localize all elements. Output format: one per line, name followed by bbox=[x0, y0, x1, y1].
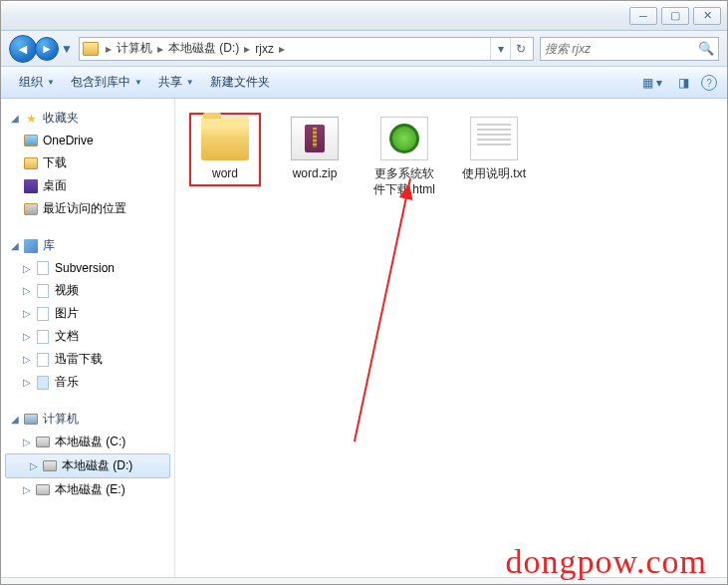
libraries-header[interactable]: ◢ 库 bbox=[1, 234, 174, 257]
navigation-pane: ◢ ★ 收藏夹 OneDrive 下载 桌面 最近访问的位置 ◢ 库 ▷Subv… bbox=[1, 99, 175, 577]
sidebar-item-desktop[interactable]: 桌面 bbox=[1, 174, 174, 197]
share-menu[interactable]: 共享▼ bbox=[150, 74, 202, 91]
file-label: word bbox=[212, 166, 238, 182]
computer-header[interactable]: ◢ 计算机 bbox=[1, 408, 174, 431]
file-item-folder[interactable]: word bbox=[189, 113, 261, 186]
txt-icon bbox=[470, 117, 518, 160]
sidebar-item-recent[interactable]: 最近访问的位置 bbox=[1, 197, 174, 220]
crumb-item[interactable]: rjxz bbox=[253, 42, 276, 56]
main-area: ◢ ★ 收藏夹 OneDrive 下载 桌面 最近访问的位置 ◢ 库 ▷Subv… bbox=[1, 99, 727, 577]
toolbar: 组织▼ 包含到库中▼ 共享▼ 新建文件夹 ▦ ▾ ◨ ? bbox=[1, 67, 727, 99]
folder-icon bbox=[83, 42, 99, 56]
annotation-arrow bbox=[354, 178, 411, 442]
organize-menu[interactable]: 组织▼ bbox=[11, 74, 63, 91]
search-input[interactable] bbox=[545, 42, 698, 56]
library-icon bbox=[23, 238, 39, 254]
sidebar-item-subversion[interactable]: ▷Subversion bbox=[1, 257, 174, 279]
search-box[interactable]: 🔍 bbox=[540, 37, 719, 61]
sidebar-item-drive-d[interactable]: ▷本地磁盘 (D:) bbox=[5, 453, 170, 478]
favorites-header[interactable]: ◢ ★ 收藏夹 bbox=[1, 107, 174, 130]
sidebar-item-pictures[interactable]: ▷图片 bbox=[1, 302, 174, 325]
zip-icon bbox=[291, 117, 339, 160]
history-dropdown[interactable]: ▼ bbox=[61, 42, 73, 56]
status-bar: 4 个对象 bbox=[1, 577, 727, 585]
preview-pane-button[interactable]: ◨ bbox=[674, 74, 693, 92]
search-icon[interactable]: 🔍 bbox=[698, 41, 714, 56]
file-item-txt[interactable]: 使用说明.txt bbox=[458, 113, 530, 186]
sidebar-item-documents[interactable]: ▷文档 bbox=[1, 325, 174, 348]
new-folder-button[interactable]: 新建文件夹 bbox=[202, 74, 278, 91]
file-item-zip[interactable]: word.zip bbox=[279, 113, 351, 186]
back-button[interactable]: ◄ bbox=[9, 35, 37, 63]
sidebar-item-downloads[interactable]: 下载 bbox=[1, 151, 174, 174]
refresh-button[interactable]: ↻ bbox=[510, 38, 530, 60]
crumb-item[interactable]: 本地磁盘 (D:) bbox=[166, 40, 241, 57]
help-button[interactable]: ? bbox=[701, 75, 717, 91]
address-bar[interactable]: ▸ 计算机▸ 本地磁盘 (D:)▸ rjxz▸ ▾ ↻ bbox=[79, 37, 534, 61]
crumb-item[interactable]: 计算机 bbox=[115, 40, 154, 57]
breadcrumb: ▸ 计算机▸ 本地磁盘 (D:)▸ rjxz▸ bbox=[103, 38, 288, 60]
computer-icon bbox=[23, 412, 39, 428]
sidebar-item-drive-c[interactable]: ▷本地磁盘 (C:) bbox=[1, 431, 174, 453]
file-label: word.zip bbox=[293, 166, 338, 182]
favorites-group: ◢ ★ 收藏夹 OneDrive 下载 桌面 最近访问的位置 bbox=[1, 107, 174, 220]
sidebar-item-videos[interactable]: ▷视频 bbox=[1, 279, 174, 302]
view-options-button[interactable]: ▦ ▾ bbox=[638, 74, 666, 92]
sidebar-item-drive-e[interactable]: ▷本地磁盘 (E:) bbox=[1, 478, 174, 501]
star-icon: ★ bbox=[23, 111, 39, 127]
close-button[interactable]: ✕ bbox=[693, 7, 721, 25]
sidebar-item-onedrive[interactable]: OneDrive bbox=[1, 130, 174, 151]
computer-group: ◢ 计算机 ▷本地磁盘 (C:) ▷本地磁盘 (D:) ▷本地磁盘 (E:) bbox=[1, 408, 174, 501]
sidebar-item-music[interactable]: ▷音乐 bbox=[1, 371, 174, 394]
html-icon bbox=[380, 117, 428, 160]
libraries-group: ◢ 库 ▷Subversion ▷视频 ▷图片 ▷文档 ▷迅雷下载 ▷音乐 bbox=[1, 234, 174, 394]
file-label: 使用说明.txt bbox=[462, 166, 526, 182]
file-list-pane[interactable]: word word.zip 更多系统软件下载.html 使用说明.txt bbox=[175, 99, 727, 577]
title-bar: ─ ▢ ✕ bbox=[1, 1, 727, 31]
forward-button[interactable]: ► bbox=[35, 37, 59, 61]
navigation-bar: ◄ ► ▼ ▸ 计算机▸ 本地磁盘 (D:)▸ rjxz▸ ▾ ↻ 🔍 bbox=[1, 31, 727, 67]
sidebar-item-thunder[interactable]: ▷迅雷下载 bbox=[1, 348, 174, 371]
folder-icon bbox=[201, 117, 249, 160]
address-dropdown[interactable]: ▾ bbox=[490, 38, 510, 60]
include-library-menu[interactable]: 包含到库中▼ bbox=[63, 74, 150, 91]
maximize-button[interactable]: ▢ bbox=[661, 7, 689, 25]
minimize-button[interactable]: ─ bbox=[629, 7, 657, 25]
